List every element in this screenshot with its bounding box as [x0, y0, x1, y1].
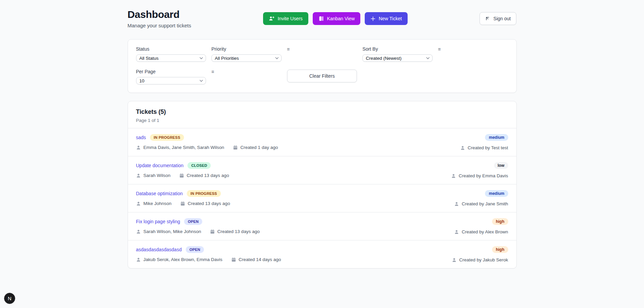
new-ticket-button[interactable]: New Ticket	[365, 12, 407, 25]
equals-sign-text: =	[211, 69, 282, 75]
nextjs-dev-badge[interactable]: N	[4, 293, 15, 304]
person-icon	[451, 174, 456, 178]
header-titles: Dashboard Manage your support tickets	[128, 9, 191, 28]
ticket-row: Fix login page styling OPEN Sarah Wilson…	[128, 212, 516, 240]
person-icon	[452, 258, 457, 262]
status-filter: Status All Status	[136, 46, 206, 62]
person-icon	[136, 201, 141, 206]
per-page-filter: Per Page 10	[136, 69, 206, 84]
ticket-created-by: Created by Alex Brown	[454, 229, 508, 234]
new-ticket-label: New Ticket	[379, 16, 402, 21]
ticket-created-by: Created by Test test	[460, 145, 508, 150]
equals-sign-text: =	[438, 46, 508, 52]
ticket-title-link[interactable]: Database optimization	[136, 191, 183, 196]
tickets-header: Tickets (5) Page 1 of 1	[128, 101, 516, 128]
sort-by-label: Sort By	[362, 46, 433, 52]
nextjs-n-icon: N	[8, 296, 11, 301]
priority-badge: medium	[485, 190, 508, 197]
person-icon	[454, 230, 459, 234]
user-plus-icon	[269, 16, 275, 21]
calendar-icon	[233, 145, 238, 150]
arrow-up-left-icon	[485, 16, 490, 21]
sign-out-button[interactable]: Sign out	[480, 12, 516, 25]
person-icon	[136, 229, 141, 234]
tickets-title: Tickets (5)	[136, 108, 508, 116]
kanban-board-icon	[318, 16, 324, 21]
ticket-assignees: Jakub Serok, Alex Brown, Emma Davis	[136, 257, 223, 262]
priority-select[interactable]: All Priorities	[211, 54, 282, 62]
ticket-created-date: Created 13 days ago	[210, 229, 260, 234]
sort-by-filter: Sort By Created (Newest)	[362, 46, 433, 62]
priority-badge: medium	[485, 134, 508, 141]
page-subtitle: Manage your support tickets	[128, 23, 191, 28]
equals-sign-text: =	[287, 46, 357, 52]
per-page-select[interactable]: 10	[136, 77, 206, 84]
priority-filter: Priority All Priorities	[211, 46, 282, 62]
ticket-row: asdasdasdasdasdasd OPEN Jakub Serok, Ale…	[128, 240, 516, 268]
person-icon	[136, 145, 141, 150]
invite-users-label: Invite Users	[278, 16, 303, 21]
dashboard-page: Dashboard Manage your support tickets In…	[128, 0, 517, 268]
plus-icon	[370, 16, 376, 21]
person-icon	[136, 173, 141, 178]
tickets-page-info: Page 1 of 1	[136, 118, 508, 123]
ticket-row: Database optimization IN PROGRESS Mike J…	[128, 184, 516, 212]
ticket-created-by: Created by Jakub Serok	[452, 257, 508, 262]
ticket-created-date: Created 13 days ago	[179, 173, 229, 178]
status-label: Status	[136, 46, 206, 52]
status-select[interactable]: All Status	[136, 54, 206, 62]
priority-badge: high	[492, 218, 508, 225]
clear-filters-button[interactable]: Clear Filters	[287, 70, 357, 82]
person-icon	[460, 146, 465, 150]
priority-label: Priority	[211, 46, 282, 52]
sort-by-select[interactable]: Created (Newest)	[362, 54, 433, 62]
ticket-row: Update documentation CLOSED Sarah Wilson…	[128, 156, 516, 184]
sign-out-label: Sign out	[493, 16, 511, 21]
header-actions: Invite Users Kanban View New Ticket	[263, 12, 408, 25]
ticket-title-link[interactable]: sads	[136, 135, 146, 140]
status-badge: IN PROGRESS	[150, 134, 184, 141]
page-title: Dashboard	[128, 9, 191, 20]
ticket-created-by: Created by Jane Smith	[454, 201, 508, 206]
ticket-title-link[interactable]: asdasdasdasdasdasd	[136, 247, 182, 252]
status-badge: OPEN	[184, 218, 202, 225]
ticket-assignees: Emma Davis, Jane Smith, Sarah Wilson	[136, 145, 224, 150]
ticket-list: sads IN PROGRESS Emma Davis, Jane Smith,…	[128, 128, 516, 268]
ticket-row: sads IN PROGRESS Emma Davis, Jane Smith,…	[128, 128, 516, 156]
ticket-assignees: Sarah Wilson	[136, 173, 171, 178]
ticket-assignees: Mike Johnson	[136, 201, 172, 206]
per-page-label: Per Page	[136, 69, 206, 74]
status-badge: OPEN	[186, 246, 204, 253]
ticket-created-date: Created 13 days ago	[180, 201, 230, 206]
person-icon	[454, 202, 459, 206]
person-icon	[136, 257, 141, 262]
status-badge: IN PROGRESS	[187, 190, 221, 197]
kanban-view-button[interactable]: Kanban View	[313, 12, 360, 25]
ticket-title-link[interactable]: Update documentation	[136, 163, 184, 168]
page-header: Dashboard Manage your support tickets In…	[128, 9, 517, 28]
kanban-view-label: Kanban View	[327, 16, 355, 21]
calendar-icon	[231, 257, 236, 262]
tickets-panel: Tickets (5) Page 1 of 1 sads IN PROGRESS…	[128, 101, 517, 268]
calendar-icon	[180, 201, 185, 206]
priority-badge: high	[492, 246, 508, 253]
ticket-created-date: Created 14 days ago	[231, 257, 281, 262]
calendar-icon	[210, 229, 215, 234]
status-badge: CLOSED	[187, 162, 211, 169]
ticket-assignees: Sarah Wilson, Mike Johnson	[136, 229, 201, 234]
filters-panel: Status All Status Priority All Prioritie…	[128, 39, 517, 93]
ticket-created-by: Created by Emma Davis	[451, 173, 508, 178]
priority-badge: low	[494, 162, 508, 169]
invite-users-button[interactable]: Invite Users	[263, 12, 308, 25]
ticket-created-date: Created 1 day ago	[233, 145, 278, 150]
ticket-title-link[interactable]: Fix login page styling	[136, 219, 180, 224]
calendar-icon	[179, 173, 184, 178]
